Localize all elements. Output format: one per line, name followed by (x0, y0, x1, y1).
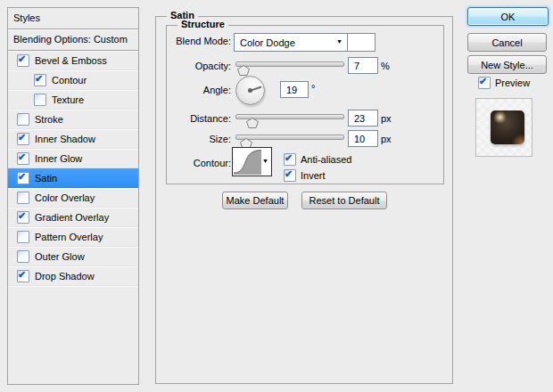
styles-header[interactable]: Styles (8, 8, 138, 29)
ok-button[interactable]: OK (467, 7, 549, 26)
invert-checkbox-row[interactable]: ✔ Invert (284, 169, 326, 182)
chevron-down-icon: ▼ (262, 158, 268, 164)
distance-input[interactable] (348, 110, 378, 127)
sidebar-item-color-overlay[interactable]: Color Overlay (8, 188, 138, 208)
checked-checkbox-icon[interactable]: ✔ (34, 74, 46, 86)
make-default-button[interactable]: Make Default (222, 192, 288, 209)
opacity-unit: % (381, 61, 390, 71)
satin-color-swatch[interactable] (347, 33, 376, 52)
sidebar-item-gradient-overlay[interactable]: ✔Gradient Overlay (8, 208, 138, 227)
sidebar-item-label: Texture (52, 94, 84, 105)
distance-label: Distance: (169, 113, 231, 126)
preview-checkbox[interactable]: ✔ (478, 77, 491, 89)
sidebar-item-bevel-emboss[interactable]: ✔Bevel & Emboss (8, 51, 138, 70)
blend-mode-value: Color Dodge (240, 37, 295, 48)
check-icon: ✔ (18, 131, 26, 143)
sidebar-item-label: Color Overlay (35, 192, 95, 203)
sidebar-item-stroke[interactable]: Stroke (8, 110, 138, 129)
sidebar-item-label: Outer Glow (35, 251, 85, 262)
unchecked-checkbox-icon[interactable] (17, 250, 29, 263)
sidebar-item-label: Stroke (35, 114, 63, 125)
check-icon: ✔ (18, 53, 26, 65)
sidebar-item-label: Inner Glow (35, 153, 82, 164)
sidebar-item-label: Satin (35, 173, 57, 184)
size-unit: px (381, 134, 392, 144)
sidebar-item-outer-glow[interactable]: Outer Glow (8, 247, 138, 266)
sidebar-item-drop-shadow[interactable]: ✔Drop Shadow (8, 266, 138, 286)
preview-image (491, 110, 524, 144)
check-icon: ✔ (18, 209, 26, 222)
angle-input[interactable] (280, 81, 309, 98)
opacity-slider-thumb[interactable] (237, 65, 250, 76)
unchecked-checkbox-icon[interactable] (17, 113, 29, 126)
distance-slider[interactable] (235, 114, 344, 119)
new-style-button[interactable]: New Style... (467, 55, 547, 74)
sidebar-item-label: Inner Shadow (35, 134, 95, 144)
preview-checkbox-row[interactable]: ✔ Preview (478, 77, 530, 89)
preview-label: Preview (495, 78, 530, 88)
checked-checkbox-icon[interactable]: ✔ (17, 211, 29, 224)
sidebar-item-label: Gradient Overlay (35, 212, 109, 223)
anti-aliased-checkbox-row[interactable]: ✔ Anti-aliased (284, 153, 351, 166)
distance-unit: px (381, 113, 392, 124)
anti-aliased-checkbox[interactable]: ✔ (284, 153, 296, 166)
sidebar-item-label: Drop Shadow (35, 271, 95, 282)
blend-mode-select[interactable]: Color Dodge ▼ (234, 33, 348, 52)
reset-to-default-button[interactable]: Reset to Default (301, 192, 387, 209)
opacity-input[interactable] (348, 57, 378, 74)
blend-mode-label: Blend Mode: (169, 36, 231, 48)
checked-checkbox-icon[interactable]: ✔ (17, 152, 29, 165)
size-input[interactable] (348, 130, 378, 147)
unchecked-checkbox-icon[interactable] (17, 192, 29, 204)
cancel-button[interactable]: Cancel (467, 33, 547, 52)
sidebar-item-label: Pattern Overlay (35, 232, 103, 242)
checked-checkbox-icon[interactable]: ✔ (17, 270, 29, 282)
unchecked-checkbox-icon[interactable] (17, 231, 29, 243)
angle-dial-center (248, 88, 252, 93)
unchecked-checkbox-icon[interactable] (34, 94, 46, 106)
angle-unit: ° (311, 83, 315, 94)
sidebar-item-inner-shadow[interactable]: ✔Inner Shadow (8, 129, 138, 149)
sidebar-item-contour[interactable]: ✔Contour (8, 70, 138, 90)
structure-group-title: Structure (177, 19, 228, 29)
sidebar-item-inner-glow[interactable]: ✔Inner Glow (8, 149, 138, 168)
contour-curve-icon (234, 149, 261, 175)
styles-panel: Styles Blending Options: Custom ✔Bevel &… (7, 7, 139, 385)
sidebar-item-label: Contour (52, 75, 87, 86)
sidebar-item-satin[interactable]: ✔Satin (8, 168, 138, 188)
sidebar-item-texture[interactable]: Texture (8, 90, 138, 110)
invert-checkbox[interactable]: ✔ (284, 169, 296, 182)
sidebar-item-label: Bevel & Emboss (35, 55, 107, 66)
angle-dial[interactable] (235, 76, 265, 105)
checked-checkbox-icon[interactable]: ✔ (17, 133, 29, 145)
style-effects-list: ✔Bevel & Emboss✔ContourTextureStroke✔Inn… (8, 51, 138, 286)
contour-picker[interactable]: ▼ (232, 147, 272, 176)
check-icon: ✔ (18, 170, 26, 183)
layer-style-dialog: { "glyphs": { "check": "\u2714", "caret_… (0, 0, 553, 392)
satin-group: Satin Structure Blend Mode: Color Dodge … (155, 16, 453, 384)
size-label: Size: (169, 134, 231, 146)
checked-checkbox-icon[interactable]: ✔ (17, 172, 29, 184)
structure-group: Structure Blend Mode: Color Dodge ▼ Opac… (166, 25, 444, 184)
sidebar-item-pattern-overlay[interactable]: Pattern Overlay (8, 227, 138, 247)
invert-label: Invert (301, 170, 326, 181)
check-icon: ✔ (18, 151, 26, 163)
check-icon: ✔ (35, 72, 43, 85)
opacity-label: Opacity: (169, 61, 231, 73)
chevron-down-icon: ▼ (336, 38, 343, 45)
size-slider[interactable] (235, 135, 344, 140)
opacity-slider[interactable] (235, 61, 344, 67)
check-icon: ✔ (18, 268, 26, 281)
sidebar-item-blending-options[interactable]: Blending Options: Custom (8, 29, 138, 51)
style-preview-thumbnail (475, 98, 532, 157)
angle-label: Angle: (169, 85, 231, 97)
anti-aliased-label: Anti-aliased (301, 154, 351, 165)
checked-checkbox-icon[interactable]: ✔ (17, 54, 29, 67)
contour-label: Contour: (169, 158, 231, 170)
distance-slider-thumb[interactable] (246, 118, 259, 128)
